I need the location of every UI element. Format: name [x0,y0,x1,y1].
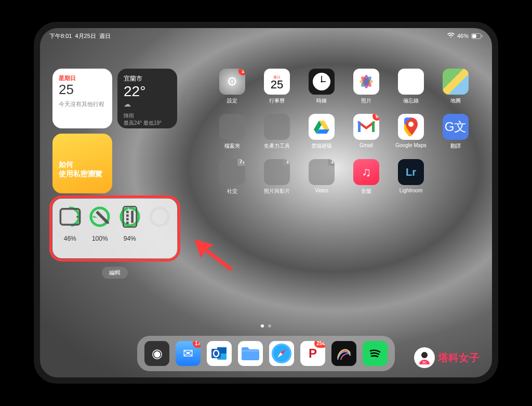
svg-rect-14 [126,214,129,217]
note-title: 如何 使用私密瀏覽 [59,160,106,178]
app-icon [264,114,290,140]
svg-text:3C: 3C [422,361,427,364]
badge: 1 [283,159,290,166]
battery-icon [471,33,483,39]
app-label: Lightroom [400,188,422,193]
app-label: 雲端硬碟 [311,142,332,150]
battery-ring-empty [149,206,171,242]
status-time: 下午8:01 [49,32,72,40]
app-icon: ⚙1 [219,69,245,95]
home-screen[interactable]: 下午8:01 4月25日 週日 46% 星期日 25 今天沒有其他行程 宜蘭市 … [40,28,492,377]
calendar-weekday: 星期日 [59,74,106,82]
app-icon: 1 [264,159,290,185]
app-label: Gmail [360,142,373,148]
app-label: 地圖 [450,97,461,104]
app-Video[interactable]: 1 Video [301,159,342,195]
dock-app-Spotify[interactable] [363,341,388,366]
app-label: 照片與影片 [264,188,290,195]
app-檔案夾[interactable]: 檔案夾 [211,114,253,150]
app-icon [309,114,335,140]
svg-rect-11 [123,206,137,227]
app-label: 生產力工具 [264,142,290,150]
app-label: 照片 [361,97,371,104]
svg-rect-12 [126,221,129,224]
app-時鐘[interactable]: 時鐘 [301,69,342,104]
notes-widget[interactable]: 如何 使用私密瀏覽 [52,134,112,193]
app-Lightroom[interactable]: Lr Lightroom [390,159,432,195]
dock-app-Procreate[interactable] [331,341,356,366]
weather-widget[interactable]: 宜蘭市 22° ☁ 陣雨 最高24° 最低19° [117,69,177,128]
dock-app-Pinterest[interactable]: P256 [300,341,325,366]
status-battery-pct: 46% [457,33,469,39]
watermark-avatar: 3C [414,347,435,368]
weather-temp: 22° [124,83,171,100]
app-照片與影片[interactable]: 1 照片與影片 [256,159,298,195]
watermark-text: 塔科女子 [438,351,480,365]
app-Google Maps[interactable]: Google Maps [390,114,432,150]
app-grid: ⚙1 設定 週日25 行事曆 時鐘 照片 備忘錄 地圖 檔案夾 生產力工具 雲端… [211,69,476,195]
app-備忘錄[interactable]: 備忘錄 [390,69,432,104]
app-生產力工具[interactable]: 生產力工具 [256,114,298,150]
edit-button[interactable]: 編輯 [102,267,128,279]
app-icon: 1 [309,159,335,185]
app-label: Video [315,188,328,193]
status-date: 4月25日 [75,32,96,40]
app-翻譯[interactable]: G文 翻譯 [435,114,476,150]
dock-app-郵件[interactable]: ✉17 [176,341,201,366]
app-icon [238,341,263,366]
app-icon: 77 [219,159,245,185]
pencil-icon [89,206,111,228]
app-雲端硬碟[interactable]: 雲端硬碟 [301,114,342,150]
app-icon [398,114,424,140]
app-音樂[interactable]: ♫ 音樂 [345,159,387,195]
dock-app-Outlook[interactable] [207,341,232,366]
weather-range: 最高24° 最低19° [124,120,171,127]
app-icon: ♫ [353,159,379,185]
app-行事曆[interactable]: 週日25 行事曆 [256,69,298,104]
battery-widget[interactable]: 46% 100% 94% [52,199,177,258]
app-icon: 9 [353,114,379,140]
app-icon [269,341,294,366]
app-Gmail[interactable]: 9 Gmail [345,114,387,150]
app-icon: 週日25 [264,69,290,95]
app-照片[interactable]: 照片 [345,69,387,104]
weather-cloud-icon: ☁ [124,100,171,108]
svg-rect-16 [131,211,134,222]
dock-app-Safari[interactable] [269,341,294,366]
svg-point-37 [421,352,428,358]
battery-pct-label: 46% [64,235,76,242]
battery-ring-pencil: 100% [89,206,112,242]
calendar-note: 今天沒有其他行程 [59,100,106,108]
svg-rect-28 [372,122,375,132]
app-icon: G文 [443,114,469,140]
app-label: Google Maps [395,142,426,148]
app-icon: P256 [300,341,325,366]
app-icon [363,341,388,366]
wifi-icon [447,33,455,39]
dock: ◉ ✉17 P256 [137,336,395,371]
badge: 256 [314,341,325,348]
ipad-icon [59,206,81,228]
dock-app-檔案[interactable] [238,341,263,366]
badge: 17 [193,341,201,348]
weather-condition: 陣雨 [124,112,171,120]
calendar-day: 25 [59,82,106,97]
app-icon [353,69,379,95]
svg-point-6 [76,216,78,218]
app-label: 行事曆 [269,97,285,104]
app-icon [309,69,335,95]
ipad-frame: 下午8:01 4月25日 週日 46% 星期日 25 今天沒有其他行程 宜蘭市 … [34,22,498,384]
calendar-widget[interactable]: 星期日 25 今天沒有其他行程 [52,69,112,128]
dock-app-相機[interactable]: ◉ [144,341,169,366]
app-地圖[interactable]: 地圖 [435,69,476,104]
status-weekday: 週日 [99,32,111,40]
battery-pct-label: 94% [124,235,136,242]
app-設定[interactable]: ⚙1 設定 [211,69,253,104]
battery-ring-ipad: 46% [59,206,82,242]
app-icon [331,341,356,366]
badge: 1 [238,69,245,75]
keyboard-icon [119,206,141,228]
svg-rect-15 [126,211,129,213]
page-indicator[interactable] [261,324,271,328]
app-社交[interactable]: 77 社交 [211,159,253,195]
